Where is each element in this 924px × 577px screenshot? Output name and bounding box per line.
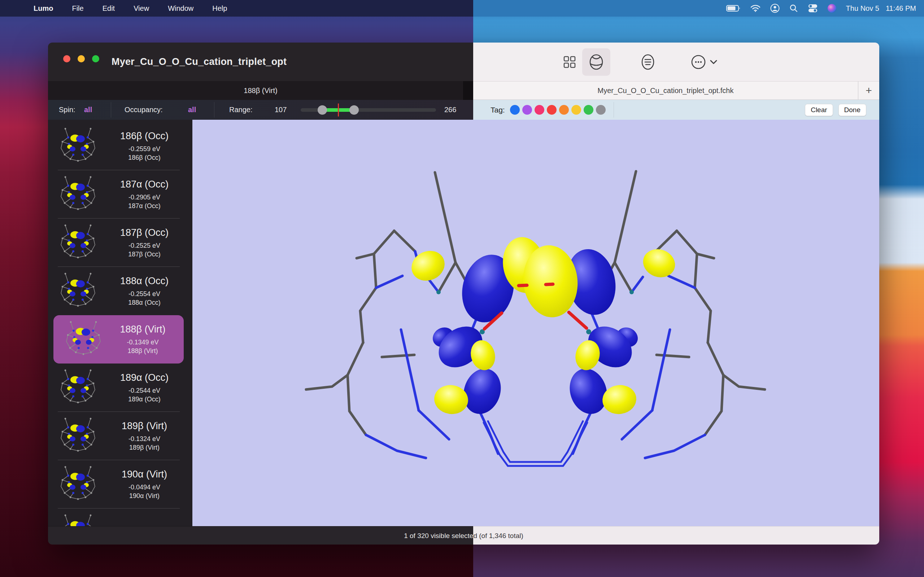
range-slider[interactable] xyxy=(300,100,436,120)
menu-app-name[interactable]: Lumo xyxy=(34,4,53,13)
slider-handle-high[interactable] xyxy=(349,105,359,115)
more-options-icon[interactable] xyxy=(691,54,707,70)
tag-color-4[interactable] xyxy=(559,105,569,115)
wifi-icon[interactable] xyxy=(750,4,761,12)
orbital-title: 188β (Virt) xyxy=(107,324,179,335)
tag-bar: Tag: Clear Done xyxy=(473,100,879,120)
orbital-label: 187β (Occ) xyxy=(102,251,187,258)
close-button[interactable] xyxy=(63,55,70,62)
orbital-list-item[interactable]: 190α (Virt) -0.0494 eV 190α (Virt) xyxy=(48,460,192,508)
orbital-thumbnail xyxy=(55,270,102,312)
orbital-thumbnail xyxy=(55,367,102,409)
chevron-down-icon[interactable] xyxy=(709,60,717,64)
status-text-dark: 1 of 320 visible selected (of 1,346 tota… xyxy=(48,527,473,545)
spin-label: Spin: xyxy=(59,100,76,120)
orbital-label: 186β (Occ) xyxy=(102,154,187,161)
menu-item-file[interactable]: File xyxy=(72,4,83,13)
title-bar-dark: Myer_Cu_O_O_Cu_cation_triplet_opt xyxy=(48,43,473,81)
range-min-value: 107 xyxy=(275,100,287,120)
tag-color-5[interactable] xyxy=(571,105,581,115)
status-bar: 1 of 320 visible selected (of 1,346 tota… xyxy=(48,526,879,545)
orbital-title: 186β (Occ) xyxy=(102,131,187,142)
orbital-list-item[interactable]: 186β (Occ) -0.2559 eV 186β (Occ) xyxy=(48,122,192,170)
current-orbital-label: 188β (Virt) xyxy=(244,87,277,95)
orbital-energy: -0.2544 eV xyxy=(102,387,187,395)
orbital-list-item[interactable]: 187β (Occ) -0.2525 eV 187β (Occ) xyxy=(48,219,192,267)
orbital-list-sidebar[interactable]: 186β (Occ) -0.2559 eV 186β (Occ) xyxy=(48,120,192,526)
orbital-view-icon[interactable] xyxy=(582,48,611,76)
molecule-render xyxy=(192,120,879,526)
range-max-value: 266 xyxy=(444,100,456,120)
search-icon[interactable] xyxy=(789,4,798,13)
tag-color-2[interactable] xyxy=(535,105,544,115)
orbital-label: 188α (Occ) xyxy=(102,299,187,306)
orbital-label: 189β (Virt) xyxy=(102,444,187,451)
subtitle-dark-box xyxy=(463,81,473,100)
orbital-thumbnail xyxy=(55,125,102,167)
filter-icon[interactable] xyxy=(641,54,655,70)
account-icon[interactable] xyxy=(770,3,780,13)
molecule-viewport[interactable] xyxy=(192,120,879,526)
orbital-title: 189β (Virt) xyxy=(102,421,187,432)
tag-divider xyxy=(614,102,614,118)
done-button[interactable]: Done xyxy=(838,104,866,116)
menu-bar: Lumo File Edit View Window Help Thu Nov … xyxy=(0,0,924,16)
tag-color-7[interactable] xyxy=(596,105,606,115)
slider-handle-low[interactable] xyxy=(318,105,327,115)
orbital-list-item[interactable]: 188α (Occ) -0.2554 eV 188α (Occ) xyxy=(48,267,192,315)
window-title: Myer_Cu_O_O_Cu_cation_triplet_opt xyxy=(111,43,287,81)
add-tab-button[interactable]: + xyxy=(858,82,879,100)
zoom-button[interactable] xyxy=(92,55,99,62)
orbital-energy: -0.1349 eV xyxy=(107,338,179,346)
orbital-energy: -0.0494 eV xyxy=(102,484,187,491)
orbital-thumbnail xyxy=(55,222,102,264)
menu-bar-time[interactable]: 11:46 PM xyxy=(886,4,916,13)
controls-divider xyxy=(214,102,215,118)
siri-icon[interactable] xyxy=(828,4,836,13)
spin-value[interactable]: all xyxy=(84,100,92,120)
tag-color-dots xyxy=(510,105,606,115)
orbital-list-item[interactable]: 188β (Virt) -0.1349 eV 188β (Virt) xyxy=(53,315,184,364)
menu-bar-date[interactable]: Thu Nov 5 xyxy=(846,4,879,13)
orbital-energy: -0.2559 eV xyxy=(102,145,187,153)
menu-item-edit[interactable]: Edit xyxy=(102,4,115,13)
tag-color-6[interactable] xyxy=(584,105,593,115)
controls-divider xyxy=(111,102,111,118)
orbital-title: 187α (Occ) xyxy=(102,179,187,190)
tag-color-1[interactable] xyxy=(522,105,532,115)
battery-icon[interactable] xyxy=(726,4,741,12)
orbital-thumbnail xyxy=(55,463,102,505)
control-center-icon[interactable] xyxy=(808,3,818,13)
orbital-thumbnail xyxy=(60,318,107,360)
orbital-energy: -0.2554 eV xyxy=(102,290,187,298)
grid-view-icon[interactable] xyxy=(564,56,576,68)
title-bar-light xyxy=(473,43,879,81)
occupancy-value[interactable]: all xyxy=(188,100,196,120)
range-label: Range: xyxy=(229,100,253,120)
tag-label: Tag: xyxy=(491,106,505,114)
orbital-filter-controls: Spin: all Occupancy: all Range: 107 266 xyxy=(48,100,473,120)
tag-color-3[interactable] xyxy=(547,105,557,115)
orbital-title: 187β (Occ) xyxy=(102,227,187,239)
clear-button[interactable]: Clear xyxy=(805,104,833,116)
active-file-tab[interactable]: Myer_Cu_O_O_Cu_cation_triplet_opt.fchk xyxy=(473,82,858,100)
orbital-thumbnail xyxy=(55,415,102,457)
menu-item-help[interactable]: Help xyxy=(212,4,227,13)
menu-item-view[interactable]: View xyxy=(134,4,149,13)
orbital-thumbnail xyxy=(55,512,102,526)
orbital-thumbnail xyxy=(55,174,102,215)
orbital-title: 188α (Occ) xyxy=(102,276,187,287)
occupancy-label: Occupancy: xyxy=(124,100,163,120)
orbital-list-item[interactable]: 187α (Occ) -0.2905 eV 187α (Occ) xyxy=(48,170,192,219)
orbital-list-item[interactable]: 189β (Virt) -0.1324 eV 189β (Virt) xyxy=(48,412,192,460)
menu-item-window[interactable]: Window xyxy=(168,4,194,13)
tag-color-0[interactable] xyxy=(510,105,520,115)
orbital-title: 189α (Occ) xyxy=(102,372,187,384)
app-window: Myer_Cu_O_O_Cu_cation_triplet_opt xyxy=(48,43,879,545)
minimize-button[interactable] xyxy=(78,55,85,62)
orbital-list-item[interactable]: 190β (Virt) xyxy=(48,508,192,526)
orbital-label: 188β (Virt) xyxy=(107,347,179,355)
orbital-title: 190α (Virt) xyxy=(102,469,187,480)
orbital-list-item[interactable]: 189α (Occ) -0.2544 eV 189α (Occ) xyxy=(48,364,192,412)
tab-bar: Myer_Cu_O_O_Cu_cation_triplet_opt.fchk + xyxy=(473,81,879,100)
